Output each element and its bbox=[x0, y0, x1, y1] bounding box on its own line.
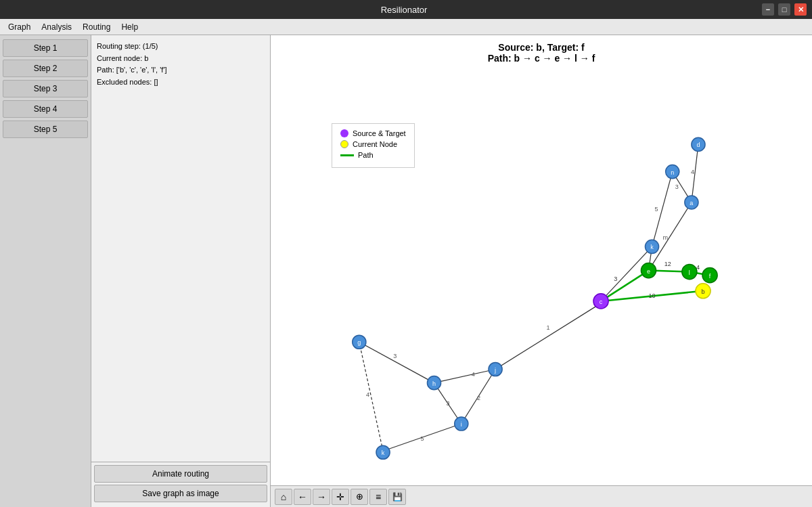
svg-text:b: b bbox=[701, 288, 704, 295]
svg-text:5: 5 bbox=[420, 435, 424, 442]
step-2-button[interactable]: Step 2 bbox=[3, 60, 88, 77]
graph-panel: Source: b, Target: f Path: b → c → e → l… bbox=[271, 35, 812, 507]
legend-source-label: Source & Target bbox=[353, 129, 406, 137]
svg-text:5: 5 bbox=[655, 206, 658, 213]
menu-help[interactable]: Help bbox=[116, 21, 143, 33]
svg-text:h: h bbox=[432, 380, 436, 387]
legend-current: Current Node bbox=[340, 140, 406, 148]
back-button[interactable]: ← bbox=[294, 489, 311, 505]
home-icon: ⌂ bbox=[281, 491, 286, 502]
graph-area[interactable]: Source: b, Target: f Path: b → c → e → l… bbox=[271, 35, 812, 485]
legend-path-label: Path bbox=[358, 151, 374, 159]
svg-text:1: 1 bbox=[547, 324, 550, 331]
svg-text:i: i bbox=[461, 421, 462, 428]
svg-line-6 bbox=[495, 301, 604, 370]
forward-icon: → bbox=[317, 491, 326, 502]
move-button[interactable]: ✛ bbox=[332, 489, 349, 505]
svg-text:10: 10 bbox=[648, 292, 655, 299]
animate-button[interactable]: Animate routing bbox=[94, 465, 267, 483]
svg-text:l: l bbox=[689, 269, 690, 276]
menu-routing[interactable]: Routing bbox=[77, 21, 116, 33]
legend-source: Source & Target bbox=[340, 129, 406, 137]
move-icon: ✛ bbox=[336, 491, 344, 502]
excluded-label: Excluded nodes: [] bbox=[97, 76, 265, 89]
sidebar: Step 1 Step 2 Step 3 Step 4 Step 5 bbox=[0, 35, 91, 507]
svg-text:4: 4 bbox=[472, 371, 475, 378]
current-node-label: Current node: b bbox=[97, 53, 265, 65]
path-label: Path: ['b', 'c', 'e', 'l', 'f'] bbox=[97, 64, 265, 76]
svg-text:12: 12 bbox=[664, 261, 671, 267]
legend-path: Path bbox=[340, 151, 406, 159]
svg-text:3: 3 bbox=[393, 353, 397, 359]
menu-bar: Graph Analysis Routing Help bbox=[0, 19, 812, 35]
svg-text:g: g bbox=[357, 339, 361, 346]
legend-current-dot bbox=[340, 140, 348, 148]
legend-source-dot bbox=[340, 129, 348, 137]
svg-text:m: m bbox=[663, 234, 669, 241]
legend: Source & Target Current Node Path bbox=[332, 123, 415, 168]
back-icon: ← bbox=[298, 491, 307, 502]
step-3-button[interactable]: Step 3 bbox=[3, 80, 88, 97]
maximize-button[interactable]: □ bbox=[778, 3, 790, 16]
app-title: Resilionator bbox=[46, 5, 762, 15]
center-panel: Routing step: (1/5) Current node: b Path… bbox=[91, 35, 271, 507]
forward-button[interactable]: → bbox=[313, 489, 330, 505]
settings-button[interactable]: ≡ bbox=[369, 489, 387, 505]
svg-text:k: k bbox=[650, 244, 654, 250]
save-image-button[interactable]: 💾 bbox=[388, 489, 406, 505]
save-icon: 💾 bbox=[392, 492, 403, 502]
svg-text:k: k bbox=[382, 449, 385, 456]
legend-current-label: Current Node bbox=[353, 140, 397, 148]
svg-text:4: 4 bbox=[366, 391, 369, 398]
save-graph-button[interactable]: Save graph as image bbox=[94, 485, 267, 502]
step-5-button[interactable]: Step 5 bbox=[3, 120, 88, 138]
main-layout: Step 1 Step 2 Step 3 Step 4 Step 5 Routi… bbox=[0, 35, 812, 507]
center-buttons: Animate routing Save graph as image bbox=[91, 462, 270, 507]
settings-icon: ≡ bbox=[376, 491, 381, 502]
window-controls: − □ ✕ bbox=[762, 3, 807, 16]
title-bar: Resilionator − □ ✕ bbox=[0, 0, 812, 19]
routing-step-label: Routing step: (1/5) bbox=[97, 41, 265, 53]
bottom-toolbar: ⌂ ← → ✛ ⊕ ≡ 💾 bbox=[271, 485, 812, 507]
legend-path-line bbox=[340, 154, 354, 156]
svg-text:n: n bbox=[671, 169, 674, 176]
svg-text:d: d bbox=[696, 141, 700, 148]
step-4-button[interactable]: Step 4 bbox=[3, 100, 88, 118]
svg-text:3: 3 bbox=[614, 275, 617, 282]
svg-text:c: c bbox=[600, 299, 603, 305]
home-button[interactable]: ⌂ bbox=[275, 489, 292, 505]
minimize-button[interactable]: − bbox=[762, 3, 774, 16]
svg-text:e: e bbox=[647, 268, 650, 275]
svg-line-0 bbox=[359, 342, 434, 382]
svg-text:j: j bbox=[494, 367, 496, 374]
svg-line-3 bbox=[359, 342, 383, 451]
zoom-icon: ⊕ bbox=[356, 491, 363, 502]
svg-text:3: 3 bbox=[447, 400, 450, 407]
close-button[interactable]: ✕ bbox=[794, 3, 807, 16]
zoom-button[interactable]: ⊕ bbox=[351, 489, 368, 505]
svg-text:3: 3 bbox=[675, 183, 679, 190]
svg-text:2: 2 bbox=[477, 395, 480, 401]
step-1-button[interactable]: Step 1 bbox=[3, 39, 88, 57]
svg-line-4 bbox=[434, 370, 496, 383]
menu-graph[interactable]: Graph bbox=[3, 21, 36, 33]
info-area: Routing step: (1/5) Current node: b Path… bbox=[91, 35, 270, 462]
menu-analysis[interactable]: Analysis bbox=[36, 21, 77, 33]
graph-svg: 3 3 5 4 4 2 bbox=[271, 35, 812, 485]
svg-text:4: 4 bbox=[691, 169, 694, 175]
